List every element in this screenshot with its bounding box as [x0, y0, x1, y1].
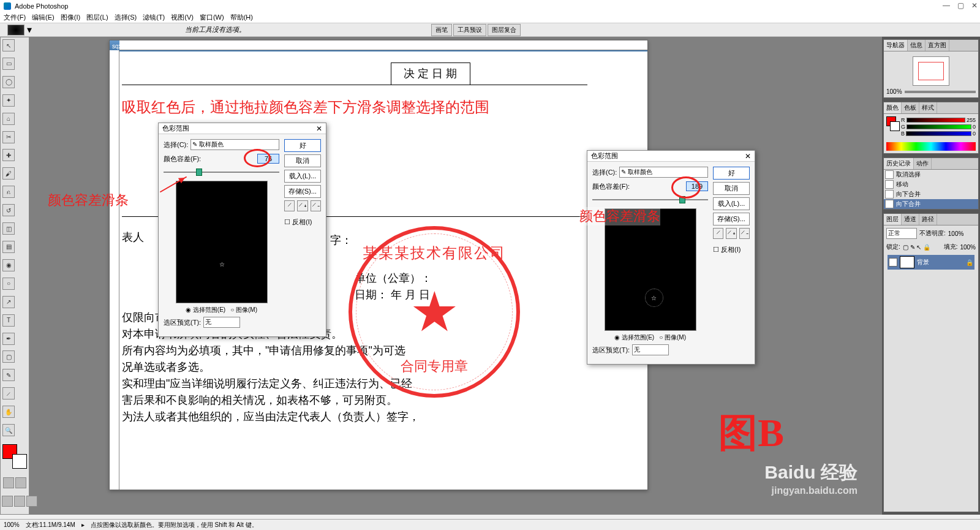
cancel-button[interactable]: 取消 — [284, 154, 321, 167]
move-tool[interactable]: ↖ — [2, 39, 15, 51]
tab-actions[interactable]: 动作 — [914, 158, 932, 169]
menu-file[interactable]: 文件(F) — [4, 13, 26, 22]
tab-layer-comps[interactable]: 图层复合 — [488, 24, 521, 36]
window-min-button[interactable]: — — [943, 1, 950, 10]
tab-navigator[interactable]: 导航器 — [884, 40, 908, 51]
window-close-button[interactable]: ✕ — [971, 1, 978, 10]
radio-image[interactable]: ○ 图像(M) — [230, 306, 257, 314]
ok-button[interactable]: 好 — [713, 167, 750, 180]
navigator-thumbnail[interactable] — [913, 56, 949, 86]
pen-tool[interactable]: ✒ — [2, 333, 15, 345]
radio-selection[interactable]: ◉ 选择范围(E) — [186, 306, 225, 314]
history-brush-tool[interactable]: ↺ — [2, 204, 15, 216]
eyedropper-sub-icon[interactable]: ⟋₋ — [739, 228, 750, 239]
dodge-tool[interactable]: ○ — [2, 278, 15, 290]
fill-value[interactable]: 100% — [960, 244, 976, 251]
opacity-value[interactable]: 100% — [948, 230, 964, 237]
tab-paths[interactable]: 路径 — [919, 214, 937, 225]
tab-swatches[interactable]: 色板 — [902, 102, 919, 113]
shape-tool[interactable]: ▢ — [2, 350, 15, 363]
tab-tool-presets[interactable]: 工具预设 — [453, 24, 486, 36]
select-dropdown[interactable]: ✎ 取样颜色 — [190, 139, 279, 150]
status-zoom[interactable]: 100% — [4, 521, 20, 528]
menu-help[interactable]: 帮助(H) — [230, 13, 253, 22]
tab-channels[interactable]: 通道 — [902, 214, 919, 225]
preview-dropdown[interactable]: 无 — [203, 317, 240, 328]
eyedropper-sub-icon[interactable]: ⟋₋ — [311, 200, 321, 211]
tab-styles[interactable]: 样式 — [919, 102, 937, 113]
fuzziness-input[interactable] — [686, 181, 708, 191]
tab-brushes[interactable]: 画笔 — [431, 24, 452, 36]
type-tool[interactable]: T — [2, 314, 15, 327]
menu-image[interactable]: 图像(I) — [61, 13, 80, 22]
fuzziness-input[interactable] — [257, 154, 279, 164]
tab-layers[interactable]: 图层 — [884, 214, 902, 225]
eyedropper-add-icon[interactable]: ⟋₊ — [726, 228, 736, 239]
g-value[interactable]: 0 — [973, 124, 976, 130]
crop-tool[interactable]: ⌂ — [2, 113, 15, 125]
wand-tool[interactable]: ✦ — [2, 94, 15, 107]
history-item-active[interactable]: 向下合并 — [884, 199, 978, 209]
select-dropdown[interactable]: ✎ 取样颜色 — [619, 167, 708, 178]
notes-tool[interactable]: ✎ — [2, 369, 15, 381]
history-item[interactable]: 取消选择 — [884, 170, 978, 180]
radio-selection[interactable]: ◉ 选择范围(E) — [614, 333, 654, 342]
tab-info[interactable]: 信息 — [908, 40, 925, 51]
eyedropper-icon[interactable]: ⟋ — [284, 200, 295, 211]
tab-history[interactable]: 历史记录 — [884, 158, 914, 169]
invert-checkbox[interactable]: ☐ 反相(I) — [284, 218, 321, 227]
layer-row[interactable]: 👁 背景 🔒 — [888, 255, 974, 270]
dialog-titlebar[interactable]: 色彩范围 ✕ — [587, 151, 755, 162]
load-button[interactable]: 载入(L)... — [284, 170, 321, 183]
b-value[interactable]: 0 — [973, 131, 976, 137]
tab-color[interactable]: 颜色 — [884, 102, 902, 113]
background-color[interactable] — [12, 454, 27, 469]
menu-view[interactable]: 视图(V) — [171, 13, 194, 22]
quickmask-mode[interactable] — [15, 477, 26, 488]
radio-image[interactable]: ○ 图像(M) — [659, 333, 686, 342]
blur-tool[interactable]: ◉ — [2, 259, 15, 271]
eyedropper-icon[interactable]: ⟋ — [713, 228, 723, 239]
blend-mode-select[interactable]: 正常 — [886, 228, 917, 239]
r-value[interactable]: 255 — [967, 117, 976, 123]
eyedropper-add-icon[interactable]: ⟋₊ — [297, 200, 307, 211]
brush-preset-picker[interactable] — [7, 25, 24, 36]
menu-layer[interactable]: 图层(L) — [86, 13, 108, 22]
screen-mode-2[interactable] — [14, 496, 25, 507]
dialog-close-button[interactable]: ✕ — [745, 152, 751, 161]
gradient-tool[interactable]: ▤ — [2, 241, 15, 253]
brush-tool[interactable]: 🖌 — [2, 167, 15, 180]
save-button[interactable]: 存储(S)... — [713, 213, 750, 225]
stamp-tool[interactable]: ⎌ — [2, 186, 15, 198]
save-button[interactable]: 存储(S)... — [284, 185, 321, 198]
ok-button[interactable]: 好 — [284, 139, 321, 152]
path-tool[interactable]: ↗ — [2, 296, 15, 308]
preview-dropdown[interactable]: 无 — [632, 344, 669, 355]
lasso-tool[interactable]: ◯ — [2, 76, 15, 88]
history-item[interactable]: 移动 — [884, 180, 978, 189]
screen-mode-1[interactable] — [2, 496, 13, 507]
hand-tool[interactable]: ✋ — [2, 406, 15, 418]
standard-mode[interactable] — [3, 477, 14, 488]
marquee-tool[interactable]: ▭ — [2, 58, 15, 70]
fuzziness-slider[interactable] — [592, 195, 708, 206]
dialog-titlebar[interactable]: 色彩范围 ✕ — [159, 123, 326, 134]
menu-window[interactable]: 窗口(W) — [200, 13, 224, 22]
history-item[interactable]: 向下合并 — [884, 189, 978, 199]
spectrum-bar[interactable] — [886, 142, 976, 151]
load-button[interactable]: 载入(L)... — [713, 197, 750, 210]
menu-edit[interactable]: 编辑(E) — [32, 13, 55, 22]
layer-thumbnail[interactable] — [900, 256, 914, 268]
color-swatches[interactable] — [2, 444, 27, 469]
menu-select[interactable]: 选择(S) — [115, 13, 137, 22]
tab-histogram[interactable]: 直方图 — [925, 40, 949, 51]
healing-tool[interactable]: ✚ — [2, 149, 15, 161]
slice-tool[interactable]: ✂ — [2, 131, 15, 143]
invert-checkbox[interactable]: ☐ 反相(I) — [713, 245, 750, 254]
zoom-tool[interactable]: 🔍 — [2, 424, 15, 436]
eraser-tool[interactable]: ◫ — [2, 222, 15, 235]
window-max-button[interactable]: ▢ — [957, 1, 964, 10]
eyedropper-tool[interactable]: ⟋ — [2, 387, 15, 399]
visibility-icon[interactable]: 👁 — [889, 258, 897, 267]
cancel-button[interactable]: 取消 — [713, 182, 750, 195]
